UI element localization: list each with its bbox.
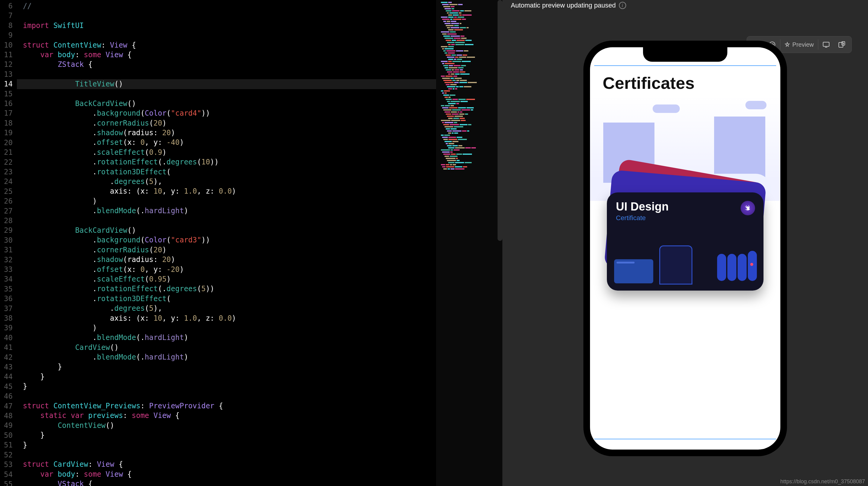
preview-toolbar-label: Preview xyxy=(793,41,814,48)
code-editor[interactable]: 6789101112131415161718192021222324252627… xyxy=(0,0,502,486)
line-gutter: 6789101112131415161718192021222324252627… xyxy=(0,0,17,486)
front-card: UI Design Certificate xyxy=(607,192,764,291)
device-canvas-area[interactable]: Certificates UI Design Certificate xyxy=(502,11,868,486)
preview-pane: Automatic preview updating paused i Prev… xyxy=(502,0,868,486)
card-title: UI Design xyxy=(616,200,669,213)
card-subtitle: Certificate xyxy=(616,214,646,222)
info-icon[interactable]: i xyxy=(619,2,626,9)
minimap[interactable] xyxy=(436,0,502,486)
device-select-button[interactable] xyxy=(818,38,834,51)
preview-status-bar: Automatic preview updating paused i xyxy=(502,0,868,11)
svg-rect-2 xyxy=(823,42,829,46)
preview-label-button[interactable]: Preview xyxy=(780,38,818,51)
add-device-button[interactable] xyxy=(834,38,849,51)
watermark-text: https://blog.csdn.net/m0_37508087 xyxy=(780,479,865,485)
iphone-device-frame: Certificates UI Design Certificate xyxy=(583,41,787,456)
device-screen: Certificates UI Design Certificate xyxy=(590,47,780,450)
scroll-thumb[interactable] xyxy=(498,0,502,241)
device-notch xyxy=(643,47,727,62)
card-illustration xyxy=(614,239,756,285)
swift-logo-icon xyxy=(741,201,755,215)
preview-status-text: Automatic preview updating paused xyxy=(511,1,616,9)
code-area[interactable]: //import SwiftUIstruct ContentView: View… xyxy=(17,0,436,486)
app-title: Certificates xyxy=(603,73,694,93)
